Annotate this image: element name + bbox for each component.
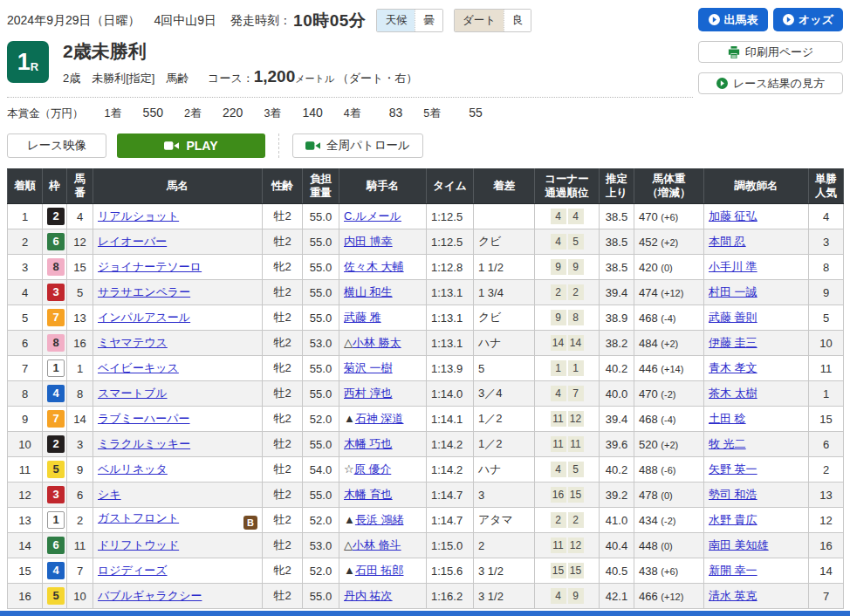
jockey-name-link[interactable]: 横山 和生 (344, 285, 393, 298)
frame-cell: 4 (43, 558, 67, 584)
odds-rank-cell: 16 (809, 533, 844, 558)
horse-name-link[interactable]: サラサエンペラー (98, 285, 190, 298)
track-label: ダート (455, 10, 504, 31)
horse-number-cell: 1 (67, 356, 93, 381)
body-weight-cell: 468 (-4) (634, 407, 704, 432)
jockey-name-link[interactable]: 小林 脩斗 (353, 538, 401, 551)
trainer-name-link[interactable]: 土田 稔 (709, 412, 746, 425)
table-row: 2612レイオーバー牡255.0内田 博幸1:12.5クビ4538.5452 (… (8, 229, 844, 255)
horse-name-link[interactable]: スマートブル (98, 387, 168, 400)
frame-cell: 6 (43, 533, 67, 558)
odds-rank-cell: 9 (809, 280, 844, 305)
jockey-name-link[interactable]: 木幡 巧也 (344, 437, 393, 450)
trainer-name-link[interactable]: 茶木 太樹 (709, 387, 757, 400)
jockey-name-link[interactable]: 原 優介 (354, 462, 392, 476)
print-page-button[interactable]: 印刷用ページ (698, 41, 843, 63)
jockey-name-link[interactable]: 小林 勝太 (353, 336, 401, 349)
jockey-name-link[interactable]: 西村 淳也 (344, 387, 393, 400)
horse-number-cell: 10 (67, 584, 93, 609)
body-weight-cell: 452 (+2) (634, 229, 704, 255)
jockey-name-link[interactable]: 武藤 雅 (344, 311, 381, 324)
frame-cell: 1 (43, 356, 67, 381)
corner-position: 2 (568, 284, 584, 300)
corner-order-cell: 22 (535, 280, 600, 305)
prize-label: 本賞金（万円） (7, 106, 84, 121)
sex-age-cell: 牡2 (263, 280, 303, 305)
print-page-button-label: 印刷用ページ (745, 44, 814, 60)
horse-name-link[interactable]: ミヤマテウス (98, 336, 168, 349)
jockey-cell: 菊沢 一樹 (339, 356, 427, 381)
trainer-name-link[interactable]: 加藤 征弘 (709, 209, 757, 222)
corner-position: 11 (551, 436, 566, 452)
horse-name-link[interactable]: ドリフトウッド (98, 538, 179, 551)
jockey-name-link[interactable]: 石田 拓郎 (355, 564, 404, 577)
horse-name-link[interactable]: ジョイナーテソーロ (98, 260, 202, 273)
horse-number-cell: 9 (67, 457, 93, 483)
horse-name-link[interactable]: バブルギャラクシー (98, 589, 202, 602)
trainer-name-link[interactable]: 武藤 善則 (709, 311, 757, 324)
finish-position-cell: 12 (8, 483, 43, 508)
circle-arrow-icon (709, 14, 720, 25)
horse-number-cell: 8 (67, 381, 93, 407)
odds-button[interactable]: オッズ (773, 8, 843, 31)
horse-name-link[interactable]: ベイビーキッス (98, 361, 179, 374)
weight-cell: 53.0 (303, 533, 339, 558)
horse-name-link[interactable]: レイオーバー (98, 235, 167, 248)
race-video-button[interactable]: レース映像 (7, 133, 106, 158)
trainer-name-link[interactable]: 水野 貴広 (709, 513, 757, 526)
jockey-name-link[interactable]: 菊沢 一樹 (344, 361, 393, 374)
horse-name-link[interactable]: ガストフロント (98, 511, 179, 524)
jockey-name-link[interactable]: 丹内 祐次 (344, 589, 393, 602)
frame-cell: 3 (43, 483, 67, 508)
trainer-name-link[interactable]: 矢野 英一 (709, 462, 757, 476)
page-actions: 出馬表 オッズ 印刷用ページ レース結果の見方 (698, 8, 843, 94)
body-weight-diff: (+6) (661, 566, 678, 577)
horse-number-cell: 11 (67, 533, 93, 558)
trainer-name-link[interactable]: 青木 孝文 (709, 361, 757, 374)
trainer-name-link[interactable]: 勢司 和浩 (709, 488, 757, 501)
trainer-name-link[interactable]: 牧 光二 (709, 437, 746, 450)
last3f-cell: 40.2 (600, 457, 634, 483)
table-header-row: 着順 枠 馬 番 馬名 性齢 負担 重量 騎手名 タイム 着差 コーナー 通過順… (8, 169, 844, 204)
horse-name-link[interactable]: インパルアスール (98, 311, 190, 324)
entries-button[interactable]: 出馬表 (698, 8, 768, 31)
jockey-name-link[interactable]: C.ルメール (344, 209, 401, 222)
body-weight-diff: (+6) (661, 212, 678, 222)
jockey-name-link[interactable]: 内田 博幸 (344, 235, 393, 248)
horse-name-link[interactable]: ロジディーズ (98, 564, 168, 577)
body-weight-diff: (-6) (661, 465, 675, 476)
corner-position: 4 (551, 386, 566, 401)
trainer-name-link[interactable]: 伊藤 圭三 (709, 336, 757, 349)
horse-name-link[interactable]: ベルリネッタ (98, 462, 168, 476)
odds-button-label: オッズ (799, 12, 833, 28)
jockey-name-link[interactable]: 長浜 鴻緒 (355, 513, 404, 526)
trainer-name-link[interactable]: 小手川 準 (709, 260, 757, 273)
trainer-name-link[interactable]: 新開 幸一 (709, 564, 757, 577)
horse-name-link[interactable]: シキ (98, 488, 121, 501)
play-button[interactable]: PLAY (117, 133, 265, 158)
margin-cell: 3／4 (474, 381, 535, 407)
trainer-name-link[interactable]: 南田 美知雄 (709, 538, 769, 551)
results-table-body: 124リアルショット牡255.0C.ルメール1:12.54438.5470 (+… (8, 204, 844, 609)
corner-position: 9 (551, 310, 566, 325)
sex-age-cell: 牡2 (263, 229, 303, 255)
jockey-name-link[interactable]: 佐々木 大輔 (344, 260, 404, 273)
race-number-badge: 1 R (7, 41, 49, 83)
horse-name-link[interactable]: ミラクルミッキー (98, 437, 190, 450)
odds-rank-cell: 14 (809, 558, 844, 584)
frame-number-badge: 1 (47, 511, 65, 529)
jockey-name-link[interactable]: 石神 深道 (355, 412, 404, 425)
frame-cell: 8 (43, 331, 67, 356)
trainer-name-link[interactable]: 本間 忍 (709, 235, 746, 248)
results-guide-button[interactable]: レース結果の見方 (698, 72, 843, 94)
horse-name-link[interactable]: ラブミーハーパー (98, 412, 190, 425)
col-header-last3f: 推定 上り (600, 169, 634, 204)
jockey-name-link[interactable]: 木幡 育也 (344, 488, 393, 501)
jockey-cell: △小林 勝太 (339, 331, 427, 356)
trainer-name-link[interactable]: 村田 一誠 (709, 285, 757, 298)
patrol-video-button[interactable]: 全周パトロール (292, 133, 423, 158)
trainer-name-link[interactable]: 清水 英克 (709, 589, 757, 602)
table-row: 1312ガストフロントB牡252.0▲長浜 鴻緒1:14.7アタマ2241.04… (8, 508, 844, 533)
horse-name-link[interactable]: リアルショット (98, 209, 179, 222)
apprentice-mark: △ (344, 336, 353, 349)
